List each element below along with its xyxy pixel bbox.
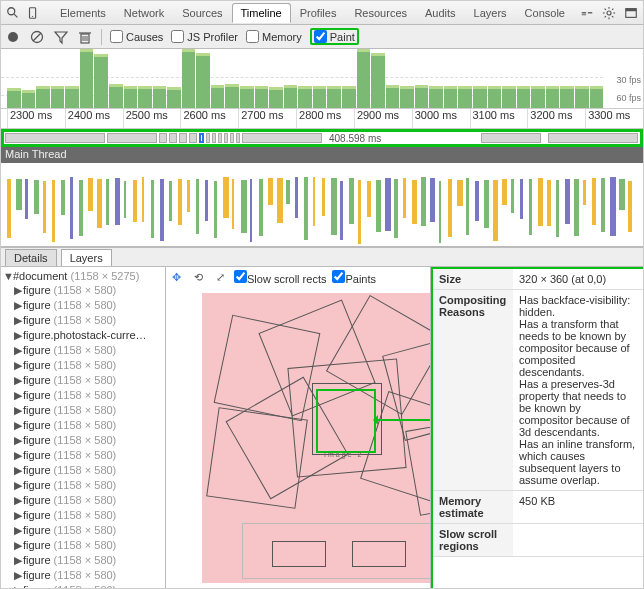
- tree-item[interactable]: ▶figure (1158 × 580): [3, 313, 163, 328]
- layer-visual: Image 2: [202, 293, 431, 583]
- settings-icon[interactable]: [601, 5, 617, 21]
- time-ruler[interactable]: 2300 ms 2400 ms 2500 ms 2600 ms 2700 ms …: [1, 109, 643, 129]
- svg-point-7: [607, 10, 611, 14]
- reasons-key: Compositing Reasons: [433, 290, 513, 491]
- tree-item[interactable]: ▶figure (1158 × 580): [3, 523, 163, 538]
- tree-item[interactable]: ▶figure (1158 × 580): [3, 403, 163, 418]
- dock-icon[interactable]: [623, 5, 639, 21]
- svg-line-1: [14, 13, 18, 17]
- overview-duration: 408.598 ms: [329, 133, 381, 144]
- memory-checkbox[interactable]: Memory: [246, 30, 302, 43]
- svg-marker-21: [55, 32, 67, 43]
- causes-label: Causes: [126, 31, 163, 43]
- tick: 3100 ms: [470, 109, 528, 128]
- svg-rect-17: [626, 8, 637, 11]
- tab-network[interactable]: Network: [115, 3, 173, 23]
- tab-layers[interactable]: Layers: [465, 3, 516, 23]
- tick: 3200 ms: [527, 109, 585, 128]
- garbage-icon[interactable]: [77, 29, 93, 45]
- svg-rect-5: [588, 12, 592, 13]
- jsprofiler-checkbox[interactable]: JS Profiler: [171, 30, 238, 43]
- svg-rect-4: [582, 12, 586, 13]
- ssr-value: [513, 524, 643, 557]
- paints-checkbox[interactable]: Paints: [332, 270, 376, 285]
- tree-item[interactable]: ▶figure (1158 × 580): [3, 583, 163, 589]
- tab-sources[interactable]: Sources: [173, 3, 231, 23]
- overview-strip[interactable]: 408.598 ms: [1, 129, 643, 147]
- flame-chart[interactable]: [1, 163, 643, 247]
- tree-item[interactable]: ▶figure (1158 × 580): [3, 343, 163, 358]
- device-icon[interactable]: [25, 5, 41, 21]
- tree-item[interactable]: ▶figure (1158 × 580): [3, 553, 163, 568]
- tree-item[interactable]: ▶figure (1158 × 580): [3, 283, 163, 298]
- thread-label: Main Thread: [1, 147, 643, 163]
- tick: 2600 ms: [180, 109, 238, 128]
- svg-line-14: [605, 16, 606, 17]
- tree-item[interactable]: ▶figure (1158 × 580): [3, 508, 163, 523]
- rotate-icon[interactable]: ⟲: [190, 269, 206, 285]
- tick: 2800 ms: [296, 109, 354, 128]
- tab-console[interactable]: Console: [516, 3, 574, 23]
- devtools-toolbar: Elements Network Sources Timeline Profil…: [1, 1, 643, 25]
- tree-item[interactable]: ▶figure (1158 × 580): [3, 493, 163, 508]
- paints-label: Paints: [345, 273, 376, 285]
- svg-point-3: [32, 15, 33, 16]
- tree-item[interactable]: ▶figure (1158 × 580): [3, 463, 163, 478]
- subtab-details[interactable]: Details: [5, 249, 57, 266]
- tick: 3300 ms: [585, 109, 643, 128]
- sub-tabs: Details Layers: [1, 247, 643, 267]
- jsprofiler-label: JS Profiler: [187, 31, 238, 43]
- filter-icon[interactable]: [53, 29, 69, 45]
- paint-checkbox[interactable]: Paint: [314, 30, 355, 43]
- tree-item[interactable]: ▶figure (1158 × 580): [3, 538, 163, 553]
- subtab-layers[interactable]: Layers: [61, 249, 112, 266]
- tree-item[interactable]: ▶figure (1158 × 580): [3, 373, 163, 388]
- tree-item[interactable]: ▶figure.photostack-curre…: [3, 328, 163, 343]
- callout-arrow: [376, 419, 431, 421]
- clear-icon[interactable]: [29, 29, 45, 45]
- tick: 2900 ms: [354, 109, 412, 128]
- tab-elements[interactable]: Elements: [51, 3, 115, 23]
- layer-tree[interactable]: ▼#document (1158 × 5275) ▶figure (1158 ×…: [1, 267, 166, 589]
- svg-line-13: [612, 16, 613, 17]
- fps-chart[interactable]: 30 fps 60 fps: [1, 49, 643, 109]
- pan-icon[interactable]: ✥: [168, 269, 184, 285]
- size-value: 320 × 360 (at 0,0): [513, 269, 643, 290]
- causes-checkbox[interactable]: Causes: [110, 30, 163, 43]
- tree-item[interactable]: ▶figure (1158 × 580): [3, 358, 163, 373]
- tree-root[interactable]: ▼#document (1158 × 5275): [3, 269, 163, 283]
- tree-item[interactable]: ▶figure (1158 × 580): [3, 433, 163, 448]
- tick: 2700 ms: [238, 109, 296, 128]
- tree-item[interactable]: ▶figure (1158 × 580): [3, 478, 163, 493]
- tree-item[interactable]: ▶figure (1158 × 580): [3, 298, 163, 313]
- tick: 3000 ms: [412, 109, 470, 128]
- svg-point-0: [8, 7, 15, 14]
- tree-item[interactable]: ▶figure (1158 × 580): [3, 568, 163, 583]
- reasons-value: Has backface-visibility: hidden. Has a t…: [513, 290, 643, 491]
- tree-item[interactable]: ▶figure (1158 × 580): [3, 418, 163, 433]
- tab-audits[interactable]: Audits: [416, 3, 465, 23]
- ssr-key: Slow scroll regions: [433, 524, 513, 557]
- selected-layer-outline: [316, 389, 376, 453]
- panel-tabs: Elements Network Sources Timeline Profil…: [51, 3, 574, 23]
- reset-icon[interactable]: ⤢: [212, 269, 228, 285]
- svg-line-15: [612, 8, 613, 9]
- drawer-icon[interactable]: [579, 5, 595, 21]
- record-icon[interactable]: [5, 29, 21, 45]
- memory-label: Memory: [262, 31, 302, 43]
- tree-item[interactable]: ▶figure (1158 × 580): [3, 388, 163, 403]
- svg-line-20: [33, 33, 41, 41]
- slow-scroll-checkbox[interactable]: Slow scroll rects: [234, 270, 326, 285]
- tab-resources[interactable]: Resources: [345, 3, 416, 23]
- fps60-label: 60 fps: [616, 93, 641, 103]
- tick: 2500 ms: [123, 109, 181, 128]
- search-icon[interactable]: [5, 5, 21, 21]
- svg-line-12: [605, 8, 606, 9]
- fps-bars: [7, 52, 603, 108]
- tree-item[interactable]: ▶figure (1158 × 580): [3, 448, 163, 463]
- tick: 2300 ms: [7, 109, 65, 128]
- tab-profiles[interactable]: Profiles: [291, 3, 346, 23]
- layer-canvas[interactable]: ✥ ⟲ ⤢ Slow scroll rects Paints Image 2: [166, 267, 431, 589]
- layer-details: Size320 × 360 (at 0,0) Compositing Reaso…: [431, 267, 643, 589]
- tab-timeline[interactable]: Timeline: [232, 3, 291, 23]
